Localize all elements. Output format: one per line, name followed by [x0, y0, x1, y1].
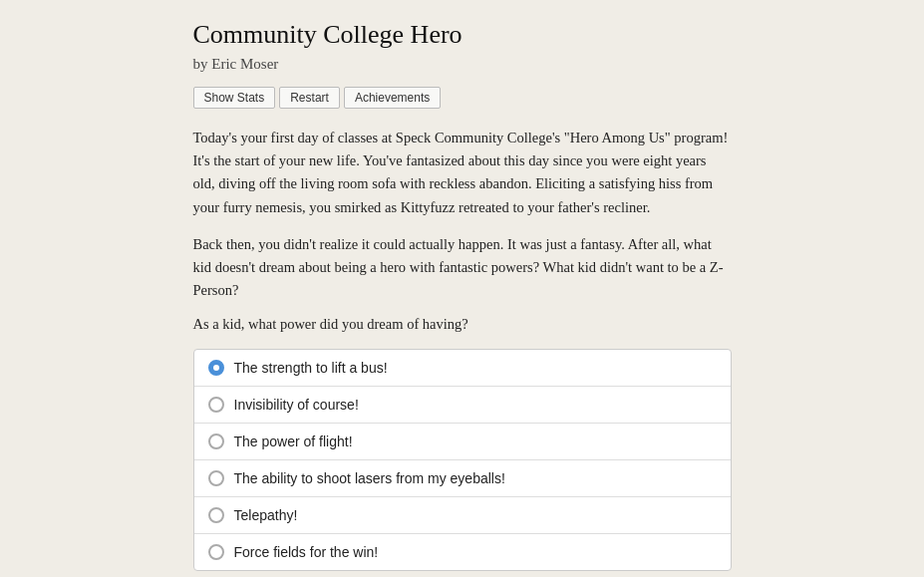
page-container: Community College Hero by Eric Moser Sho… [183, 0, 742, 577]
achievements-button[interactable]: Achievements [344, 87, 441, 109]
radio-circle-5 [208, 507, 224, 523]
choice-item[interactable]: Telepathy! [194, 497, 731, 534]
toolbar: Show Stats Restart Achievements [193, 87, 732, 109]
show-stats-button[interactable]: Show Stats [193, 87, 276, 109]
radio-circle-3 [208, 433, 224, 449]
choice-label-3: The power of flight! [234, 433, 353, 449]
choice-label-6: Force fields for the win! [234, 544, 379, 560]
choice-item[interactable]: Invisibility of course! [194, 387, 731, 424]
choice-label-1: The strength to lift a bus! [234, 360, 388, 376]
restart-button[interactable]: Restart [279, 87, 340, 109]
author-label: by Eric Moser [193, 56, 732, 73]
choice-item[interactable]: Force fields for the win! [194, 534, 731, 570]
radio-circle-2 [208, 397, 224, 413]
story-paragraph-2: Back then, you didn't realize it could a… [193, 233, 732, 303]
story-paragraph-1: Today's your first day of classes at Spe… [193, 127, 732, 219]
choice-item[interactable]: The strength to lift a bus! [194, 350, 731, 387]
choice-item[interactable]: The ability to shoot lasers from my eyeb… [194, 460, 731, 497]
radio-circle-1 [208, 360, 224, 376]
page-title: Community College Hero [193, 20, 732, 50]
choices-list: The strength to lift a bus!Invisibility … [193, 349, 732, 571]
radio-circle-6 [208, 544, 224, 560]
question-text: As a kid, what power did you dream of ha… [193, 316, 732, 333]
radio-circle-4 [208, 470, 224, 486]
choice-label-4: The ability to shoot lasers from my eyeb… [234, 470, 505, 486]
choice-label-2: Invisibility of course! [234, 397, 359, 413]
choice-label-5: Telepathy! [234, 507, 298, 523]
choice-item[interactable]: The power of flight! [194, 424, 731, 460]
